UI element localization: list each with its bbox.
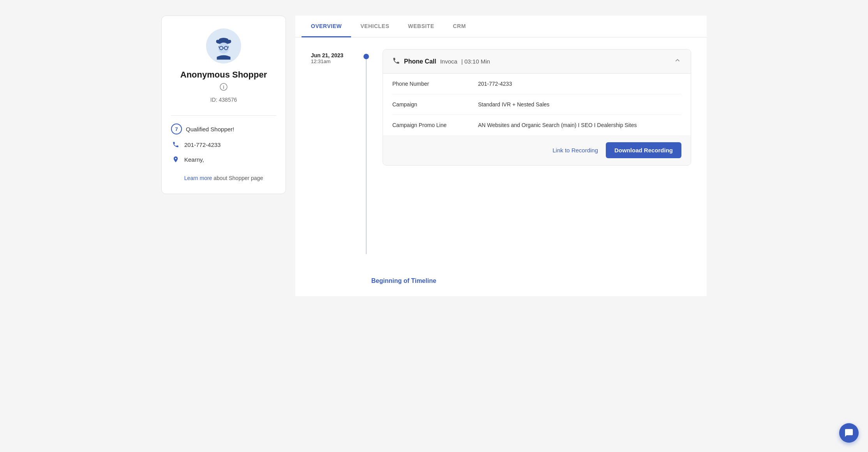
svg-point-2: [219, 38, 229, 42]
promo-value: AN Websites and Organic Search (main) I …: [478, 122, 681, 128]
shopper-details: 7 Qualified Shopper! 201-772-4233 Kearny…: [171, 124, 276, 164]
learn-more-section: Learn more about Shopper page: [184, 175, 263, 181]
card-column: Phone Call Invoca | 03:10 Min Phone: [383, 49, 691, 166]
learn-more-suffix: about Shopper page: [212, 175, 263, 181]
timeline-footer: Beginning of Timeline: [295, 266, 707, 296]
floating-action-button[interactable]: [839, 423, 859, 443]
svg-text:i: i: [223, 85, 224, 90]
card-footer: Link to Recording Download Recording: [383, 135, 691, 165]
timeline-content: Jun 21, 2023 12:31am: [295, 37, 707, 266]
download-recording-button[interactable]: Download Recording: [606, 142, 681, 158]
timeline-line: [366, 59, 367, 254]
promo-label: Campaign Promo Line: [392, 122, 470, 128]
info-icon[interactable]: i: [220, 83, 228, 93]
timeline-dot: [363, 54, 369, 59]
tab-overview[interactable]: OVERVIEW: [302, 16, 351, 37]
card-header: Phone Call Invoca | 03:10 Min: [383, 49, 691, 74]
tab-crm[interactable]: CRM: [444, 16, 475, 37]
phone-row-value: 201-772-4233: [478, 81, 681, 87]
tab-website[interactable]: WEBSITE: [399, 16, 443, 37]
phone-row: Phone Number 201-772-4233: [392, 74, 681, 94]
card-source: Invoca: [440, 58, 457, 65]
event-date: Jun 21, 2023: [311, 52, 343, 58]
collapse-icon[interactable]: [674, 56, 681, 66]
qualified-item: 7 Qualified Shopper!: [171, 124, 276, 134]
card-body: Phone Number 201-772-4233 Campaign Stand…: [383, 74, 691, 135]
link-recording-button[interactable]: Link to Recording: [552, 147, 598, 154]
beginning-of-timeline: Beginning of Timeline: [371, 277, 691, 284]
phone-call-card: Phone Call Invoca | 03:10 Min Phone: [383, 49, 691, 166]
card-title: Phone Call: [404, 58, 436, 65]
divider: [171, 115, 276, 116]
qualified-label: Qualified Shopper!: [186, 126, 234, 132]
card-header-left: Phone Call Invoca | 03:10 Min: [392, 57, 490, 66]
phone-label: Phone Number: [392, 81, 470, 87]
tab-vehicles[interactable]: VEHICLES: [351, 16, 399, 37]
card-duration: | 03:10 Min: [461, 58, 490, 65]
phone-icon: [171, 140, 180, 149]
avatar-icon: [210, 32, 237, 60]
timeline-line-col: [362, 49, 370, 254]
location-item: Kearny,: [171, 155, 276, 164]
campaign-row: Campaign Standard IVR + Nested Sales: [392, 94, 681, 115]
phone-call-icon: [392, 57, 400, 66]
tabs-bar: OVERVIEW VEHICLES WEBSITE CRM: [295, 16, 707, 37]
phone-value: 201-772-4233: [184, 141, 221, 148]
score-badge: 7: [171, 124, 182, 134]
date-column: Jun 21, 2023 12:31am: [311, 49, 350, 64]
location-value: Kearny,: [184, 156, 204, 163]
phone-item: 201-772-4233: [171, 140, 276, 149]
campaign-value: Standard IVR + Nested Sales: [478, 101, 681, 108]
promo-row: Campaign Promo Line AN Websites and Orga…: [392, 115, 681, 135]
right-panel: OVERVIEW VEHICLES WEBSITE CRM Jun 21, 20…: [295, 16, 707, 296]
shopper-name: Anonymous Shopper: [180, 70, 267, 80]
learn-more-link[interactable]: Learn more: [184, 175, 212, 181]
left-panel: Anonymous Shopper i ID: 438576 7 Qualifi…: [161, 16, 286, 194]
campaign-label: Campaign: [392, 101, 470, 108]
shopper-id: ID: 438576: [210, 97, 237, 103]
location-icon: [171, 155, 180, 164]
event-time: 12:31am: [311, 58, 331, 64]
avatar: [206, 28, 241, 64]
